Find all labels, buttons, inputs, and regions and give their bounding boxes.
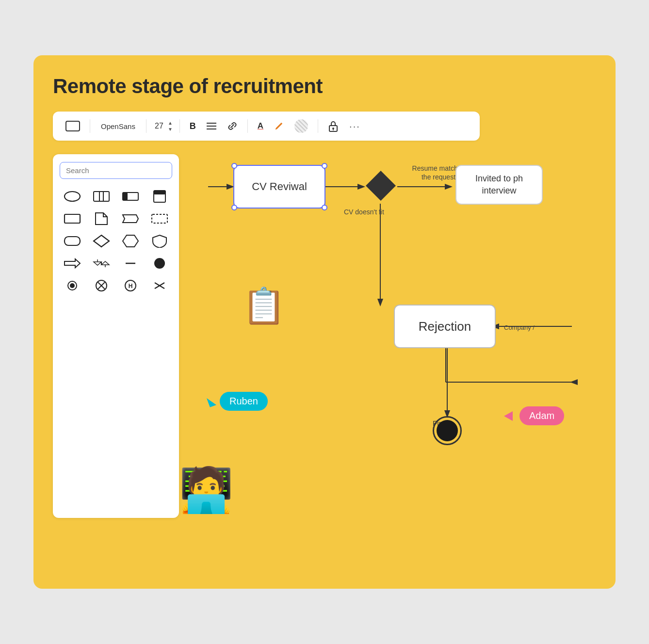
ruben-bubble: Ruben [220,392,268,411]
svg-rect-16 [152,214,167,223]
shape-oval[interactable] [60,188,85,205]
svg-point-7 [65,192,80,201]
shape-selector-button[interactable] [62,118,84,134]
shape-card-h[interactable] [118,188,143,205]
shape-panel: H [53,154,179,518]
shapes-grid: H [60,188,172,294]
ruben-cursor: Ruben [208,392,268,411]
cv-revival-label: CV Reviwal [252,180,307,193]
pen-color-button[interactable] [270,118,288,134]
search-input[interactable] [60,162,172,179]
canvas-background: Remote stage of recruitment OpenSans 27 … [33,55,616,589]
shape-diamond[interactable] [89,232,114,250]
texture-button[interactable] [291,116,312,136]
svg-rect-0 [66,121,80,131]
rejection-node[interactable]: Rejection [394,305,496,348]
link-button[interactable] [223,118,242,134]
divider-3 [179,119,180,133]
shape-arrow-double[interactable] [89,255,114,272]
invited-box: Invited to phinterview [455,165,543,205]
final-circle-outer [433,416,462,445]
font-size-down-button[interactable]: ▼ [167,127,174,132]
svg-rect-8 [94,192,109,201]
shape-dashed-rect[interactable] [147,210,172,227]
bold-button[interactable]: B [186,118,200,134]
shape-hexagon[interactable] [118,232,143,250]
handle-br [322,205,327,210]
toolbar: OpenSans 27 ▲ ▼ B A [53,112,480,141]
font-size-up-button[interactable]: ▲ [167,120,174,126]
more-options-button[interactable]: ··· [345,118,364,135]
svg-point-22 [70,283,75,288]
adam-bubble: Adam [519,406,564,425]
shape-shield[interactable] [147,232,172,250]
font-size-value: 27 [152,122,166,130]
adam-cursor-icon [504,411,513,421]
character-figure: 🧑‍💻 [179,465,233,515]
cv-doesnt-fit-label: CV doesn't fit [344,208,384,216]
ruben-cursor-icon [207,396,216,407]
diamond-node[interactable] [365,170,397,202]
shape-circle-h[interactable]: H [118,277,143,294]
shape-line[interactable] [118,255,143,272]
svg-rect-12 [123,193,128,200]
shape-circle-ring[interactable] [60,277,85,294]
font-family-button[interactable]: OpenSans [96,120,140,132]
divider-1 [90,119,90,133]
shape-chevron-rect[interactable] [118,210,143,227]
svg-rect-15 [65,214,80,223]
svg-point-20 [154,258,165,269]
final-node: Final [433,416,449,427]
shape-cross[interactable] [147,277,172,294]
handle-bl [231,205,237,210]
cv-revival-node[interactable]: CV Reviwal [233,165,325,209]
svg-rect-14 [154,191,165,194]
divider-2 [146,119,146,133]
font-size-arrows: ▲ ▼ [167,120,174,132]
text-color-button[interactable]: A [254,118,267,134]
handle-tl [231,163,237,169]
clipboard-icon: 📋 [242,285,286,326]
divider-4 [247,119,248,133]
company-label: Company / [504,324,535,331]
final-circle-inner [437,420,458,441]
divider-5 [318,119,318,133]
shape-card-v[interactable] [147,188,172,205]
lock-button[interactable] [324,117,342,135]
svg-text:H: H [129,283,133,290]
shape-rect[interactable] [60,210,85,227]
shape-circle-x[interactable] [89,277,114,294]
main-area: H [53,154,596,518]
rejection-label: Rejection [419,319,471,334]
align-button[interactable] [203,119,220,133]
flowchart-canvas: CV Reviwal Resume matchesthe request CV … [194,154,596,518]
page-title: Remote stage of recruitment [53,75,596,98]
texture-preview [294,119,308,133]
shape-arrow-right[interactable] [60,255,85,272]
adam-cursor: Adam [504,406,564,425]
font-size-control: 27 ▲ ▼ [152,120,174,132]
shape-rect-rounded[interactable] [60,232,85,250]
svg-point-5 [332,128,334,129]
svg-rect-17 [65,237,80,245]
shape-columns[interactable] [89,188,114,205]
shape-circle-filled[interactable] [147,255,172,272]
shape-doc[interactable] [89,210,114,227]
handle-tr [322,163,327,169]
